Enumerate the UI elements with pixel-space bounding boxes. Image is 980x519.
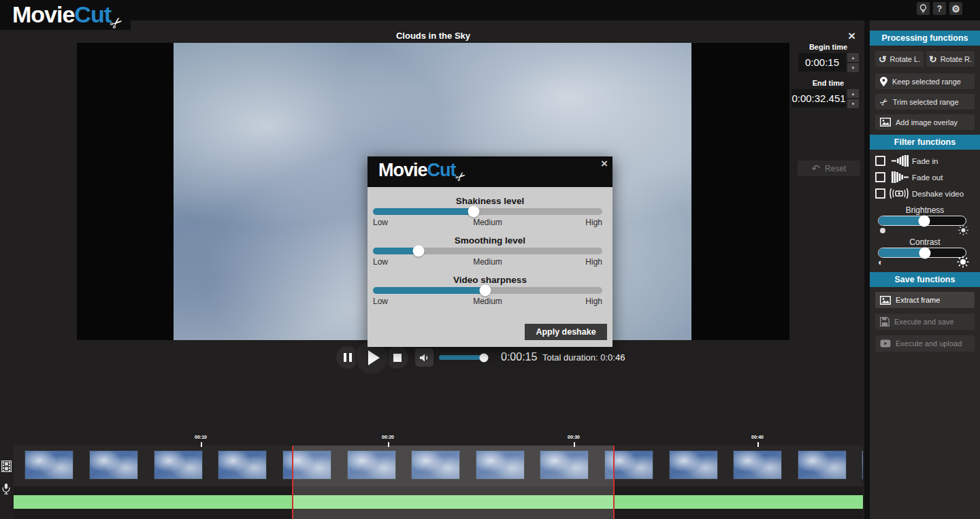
processing-functions-header: Processing functions xyxy=(870,31,980,46)
timeline-thumbnail[interactable] xyxy=(154,450,203,480)
rotate-right-button[interactable]: ↻ Rotate R. xyxy=(926,51,975,67)
apply-deshake-button[interactable]: Apply deshake xyxy=(525,324,607,340)
trim-selected-range-button[interactable]: ✂ Trim selected range xyxy=(875,94,975,110)
logo-cut-text: Cut xyxy=(74,1,111,27)
brightness-label: Brightness xyxy=(870,205,980,215)
frame-image-icon xyxy=(880,296,891,305)
dialog-close-icon[interactable]: × xyxy=(601,157,608,171)
dialog-logo: MovieCut✂ xyxy=(378,160,466,181)
tips-button[interactable] xyxy=(917,2,930,15)
pin-icon xyxy=(880,77,887,86)
total-duration: Total duration: 0:0:46 xyxy=(542,352,625,363)
timeline-selection[interactable] xyxy=(292,446,613,519)
timeline-thumbnail[interactable] xyxy=(89,450,138,480)
deshake-dialog: MovieCut✂ × Shakiness level LowMediumHig… xyxy=(368,156,612,347)
fade-in-checkbox[interactable] xyxy=(875,156,885,166)
timeline-thumbnail[interactable] xyxy=(862,450,863,480)
settings-button[interactable]: ⚙ xyxy=(949,2,962,15)
undo-icon: ↶ xyxy=(812,163,821,175)
scale-high: High xyxy=(585,218,602,227)
contrast-thumb[interactable] xyxy=(919,247,930,258)
selection-end-handle[interactable] xyxy=(613,446,615,519)
contrast-label: Contrast xyxy=(870,237,980,247)
smoothing-slider[interactable] xyxy=(373,248,602,254)
ruler-time-label: 00:10 xyxy=(195,435,207,439)
ruler-time-label: 00:20 xyxy=(382,435,394,439)
brightness-high-icon xyxy=(958,225,968,235)
timeline-thumbnail[interactable] xyxy=(669,450,718,480)
image-icon xyxy=(880,118,891,127)
shakiness-label: Shakiness level xyxy=(368,196,612,206)
end-time-input[interactable]: 0:00:32.451 xyxy=(791,89,846,107)
speaker-icon xyxy=(419,353,430,363)
sharpness-slider[interactable] xyxy=(373,287,602,294)
current-time: 0:00:15 xyxy=(501,351,537,363)
scissors-icon: ✂ xyxy=(877,95,890,109)
deshake-checkbox[interactable] xyxy=(875,188,885,199)
contrast-high-icon xyxy=(957,256,969,268)
reset-button[interactable]: ↶ Reset xyxy=(798,161,860,176)
scale-medium: Medium xyxy=(373,218,602,227)
execute-save-button[interactable]: Execute and save xyxy=(875,314,975,330)
rotate-left-icon: ↺ xyxy=(879,54,887,65)
ruler-tick xyxy=(201,442,202,447)
selection-start-handle[interactable] xyxy=(292,446,293,519)
add-image-overlay-button[interactable]: Add image overlay xyxy=(875,114,975,130)
timeline-thumbnail[interactable] xyxy=(24,450,74,480)
scale-medium: Medium xyxy=(373,257,602,267)
timeline[interactable]: 00:1000:2000:3000:40 xyxy=(0,429,863,519)
begin-time-up-button[interactable]: ▲ xyxy=(847,53,859,62)
app-window: MovieCut✂ ? ⚙ Clouds in the Sky 0:00:15 … xyxy=(0,0,980,519)
timeline-thumbnail[interactable] xyxy=(218,450,267,480)
keep-selected-range-button[interactable]: Keep selected range xyxy=(875,73,975,89)
save-functions-header: Save functions xyxy=(870,272,980,287)
logo-movie-text: Movie xyxy=(12,1,74,27)
end-time-up-button[interactable]: ▲ xyxy=(847,89,859,98)
begin-time-input[interactable]: 0:00:15 xyxy=(798,53,846,71)
fade-in-label: Fade in xyxy=(912,157,938,165)
help-button[interactable]: ? xyxy=(933,2,946,15)
end-time-down-button[interactable]: ▼ xyxy=(847,99,859,108)
gear-icon: ⚙ xyxy=(951,3,960,14)
arrow-down-icon: ▼ xyxy=(851,102,855,106)
fade-out-icon xyxy=(892,171,909,183)
lightbulb-icon xyxy=(919,4,927,14)
ruler-tick xyxy=(757,442,759,447)
smoothing-thumb[interactable] xyxy=(413,246,425,257)
extract-frame-button[interactable]: Extract frame xyxy=(875,292,975,308)
pause-icon xyxy=(344,353,346,362)
timeline-thumbnail[interactable] xyxy=(798,450,847,480)
begin-time-down-button[interactable]: ▼ xyxy=(847,63,859,72)
ruler-time-label: 00:30 xyxy=(568,435,580,439)
scale-medium: Medium xyxy=(373,297,602,306)
shakiness-thumb[interactable] xyxy=(468,206,480,218)
execute-upload-button[interactable]: Execute and upload xyxy=(875,335,975,352)
brightness-thumb[interactable] xyxy=(918,215,930,227)
begin-time-label: Begin time xyxy=(791,43,866,51)
youtube-icon xyxy=(880,339,891,348)
app-logo: MovieCut✂ xyxy=(12,1,122,28)
arrow-down-icon: ▼ xyxy=(851,66,855,70)
play-icon xyxy=(368,350,380,365)
shakiness-slider[interactable] xyxy=(373,208,602,215)
sharpness-thumb[interactable] xyxy=(480,285,491,297)
mute-button[interactable] xyxy=(415,348,434,367)
brightness-slider[interactable] xyxy=(878,216,966,226)
brightness-low-icon xyxy=(879,227,886,234)
rotate-left-button[interactable]: ↺ Rotate L. xyxy=(875,51,924,67)
volume-slider[interactable] xyxy=(439,355,488,360)
dialog-header[interactable]: MovieCut✂ × xyxy=(368,156,612,187)
sharpness-label: Video sharpness xyxy=(368,275,612,285)
arrow-up-icon: ▲ xyxy=(851,56,855,60)
video-track-icon xyxy=(1,461,12,472)
close-range-icon[interactable]: × xyxy=(848,29,855,44)
stop-button[interactable] xyxy=(386,346,408,369)
top-bar xyxy=(0,0,980,20)
contrast-low-icon: ◐ xyxy=(878,257,883,267)
deshake-icon xyxy=(889,188,909,199)
fade-out-checkbox[interactable] xyxy=(875,172,885,182)
contrast-slider[interactable] xyxy=(878,248,966,258)
video-title: Clouds in the Sky xyxy=(77,31,789,41)
timeline-thumbnail[interactable] xyxy=(733,450,782,480)
volume-thumb[interactable] xyxy=(479,353,488,362)
